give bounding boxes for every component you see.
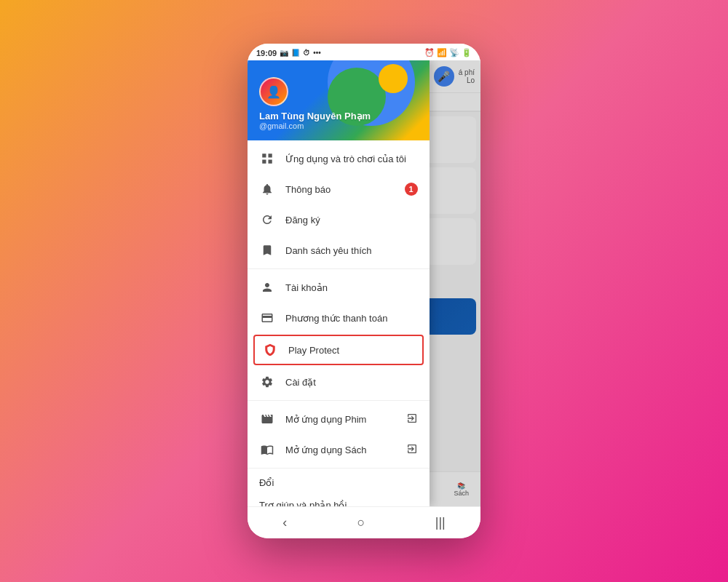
drawer-item-redeem[interactable]: Đổi: [248, 471, 430, 494]
status-bar: 19:09 📷 📘 ⏱ ••• ⏰ 📶 📡 🔋: [248, 44, 480, 60]
drawer-header: 👤 Lam Tùng Nguyên Phạm @gmail.com: [248, 60, 430, 140]
bookmark-icon: [259, 242, 275, 258]
alarm-icon: ⏰: [424, 48, 435, 57]
status-facebook-icon: 📘: [291, 49, 300, 57]
drawer-item-payment[interactable]: Phương thức thanh toán: [248, 303, 430, 333]
drawer-item-open-books[interactable]: Mở ứng dụng Sách: [248, 434, 430, 465]
card-icon: [259, 310, 275, 326]
shield-icon: [262, 342, 278, 358]
status-timer-icon: ⏱: [303, 49, 310, 57]
signal-icon: 📡: [449, 48, 459, 57]
drawer-item-subscription[interactable]: Đăng ký: [248, 204, 430, 235]
wishlist-label: Danh sách yêu thích: [285, 245, 418, 256]
status-more-icon: •••: [313, 49, 321, 57]
content-area: 🔍 🎤 á phí Lo → 🐱 FANTASCATS: [248, 60, 480, 506]
book-icon: [259, 442, 275, 458]
external-books-icon: [406, 443, 418, 457]
drawer-item-wishlist[interactable]: Danh sách yêu thích: [248, 235, 430, 266]
status-camera-icon: 📷: [280, 49, 288, 57]
status-bar-right: ⏰ 📶 📡 🔋: [424, 48, 472, 57]
drawer-item-account[interactable]: Tài khoản: [248, 272, 430, 303]
drawer-item-settings[interactable]: Cài đặt: [248, 367, 430, 397]
open-movies-label: Mở ứng dụng Phim: [285, 414, 396, 425]
bottom-navigation: ‹ ○ |||: [248, 506, 480, 538]
my-apps-label: Ứng dụng và trò chơi của tôi: [285, 154, 418, 164]
open-books-label: Mở ứng dụng Sách: [285, 445, 396, 455]
user-name: Lam Tùng Nguyên Phạm: [259, 111, 418, 121]
drawer-item-my-apps[interactable]: Ứng dụng và trò chơi của tôi: [248, 143, 430, 174]
battery-icon: 🔋: [462, 48, 472, 57]
drawer-menu: Ứng dụng và trò chơi của tôi Thông báo 1: [248, 140, 430, 506]
drawer-item-play-protect[interactable]: Play Protect: [253, 335, 424, 365]
recent-button[interactable]: |||: [421, 509, 460, 536]
settings-label: Cài đặt: [285, 377, 418, 388]
refresh-icon: [259, 212, 275, 228]
phone-frame: 19:09 📷 📘 ⏱ ••• ⏰ 📶 📡 🔋 🔍 🎤 á phí Lo: [248, 44, 480, 538]
status-bar-left: 19:09 📷 📘 ⏱ •••: [256, 49, 321, 57]
account-label: Tài khoản: [285, 282, 418, 293]
wifi-icon: 📶: [437, 48, 447, 57]
navigation-drawer: 👤 Lam Tùng Nguyên Phạm @gmail.com Ứng: [248, 60, 430, 506]
drawer-item-help[interactable]: Trợ giúp và phản hồi: [248, 494, 430, 506]
drawer-section-4: Đổi Trợ giúp và phản hồi Hướng dẫn dành …: [248, 469, 430, 506]
notification-badge: 1: [405, 183, 418, 196]
subscription-label: Đăng ký: [285, 215, 418, 226]
notifications-label: Thông báo: [285, 184, 395, 195]
avatar[interactable]: 👤: [259, 77, 288, 106]
drawer-section-1: Ứng dụng và trò chơi của tôi Thông báo 1: [248, 140, 430, 269]
header-yellow-circle: [379, 64, 408, 93]
home-button[interactable]: ○: [343, 509, 380, 536]
drawer-item-open-movies[interactable]: Mở ứng dụng Phim: [248, 404, 430, 434]
drawer-section-2: Tài khoản Phương thức thanh toán: [248, 269, 430, 401]
status-time: 19:09: [256, 49, 277, 57]
bell-icon: [259, 181, 275, 197]
person-icon: [259, 279, 275, 295]
drawer-section-3: Mở ứng dụng Phim Mở: [248, 401, 430, 469]
payment-label: Phương thức thanh toán: [285, 313, 418, 324]
drawer-item-notifications[interactable]: Thông báo 1: [248, 174, 430, 204]
external-movies-icon: [406, 412, 418, 426]
film-icon: [259, 411, 275, 427]
grid-icon: [259, 151, 275, 167]
play-protect-label: Play Protect: [288, 345, 415, 356]
user-email: @gmail.com: [259, 121, 418, 130]
avatar-initial: 👤: [266, 85, 281, 99]
back-button[interactable]: ‹: [268, 509, 301, 536]
settings-icon: [259, 374, 275, 390]
